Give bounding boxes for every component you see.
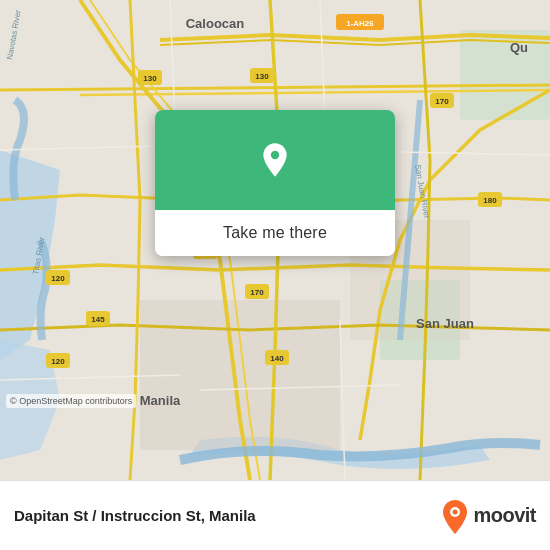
svg-text:170: 170 bbox=[435, 97, 449, 106]
svg-text:140: 140 bbox=[270, 354, 284, 363]
svg-text:130: 130 bbox=[143, 74, 157, 83]
svg-text:120: 120 bbox=[51, 357, 65, 366]
map-container: 1-AH26 130 130 170 170 140 140 120 120 1… bbox=[0, 0, 550, 480]
moovit-brand-text: moovit bbox=[473, 504, 536, 527]
moovit-logo: moovit bbox=[441, 498, 536, 534]
location-pin-icon bbox=[255, 140, 295, 180]
svg-text:130: 130 bbox=[255, 72, 269, 81]
svg-text:Manila: Manila bbox=[140, 393, 181, 408]
location-name: Dapitan St / Instruccion St, Manila bbox=[14, 507, 433, 524]
svg-point-43 bbox=[271, 151, 279, 159]
svg-text:Qu: Qu bbox=[510, 40, 528, 55]
bottom-bar: Dapitan St / Instruccion St, Manila moov… bbox=[0, 480, 550, 550]
svg-text:120: 120 bbox=[51, 274, 65, 283]
card-map-area bbox=[155, 110, 395, 210]
overlay-card: Take me there bbox=[155, 110, 395, 256]
svg-text:170: 170 bbox=[250, 288, 264, 297]
moovit-pin-icon bbox=[441, 498, 469, 534]
svg-text:145: 145 bbox=[91, 315, 105, 324]
take-me-there-button[interactable]: Take me there bbox=[155, 210, 395, 256]
svg-text:1-AH26: 1-AH26 bbox=[346, 19, 374, 28]
svg-text:180: 180 bbox=[483, 196, 497, 205]
svg-text:San Juan: San Juan bbox=[416, 316, 474, 331]
svg-text:Caloocan: Caloocan bbox=[186, 16, 245, 31]
map-attribution: © OpenStreetMap contributors bbox=[6, 394, 136, 408]
svg-rect-2 bbox=[460, 30, 550, 120]
svg-point-45 bbox=[453, 509, 458, 514]
